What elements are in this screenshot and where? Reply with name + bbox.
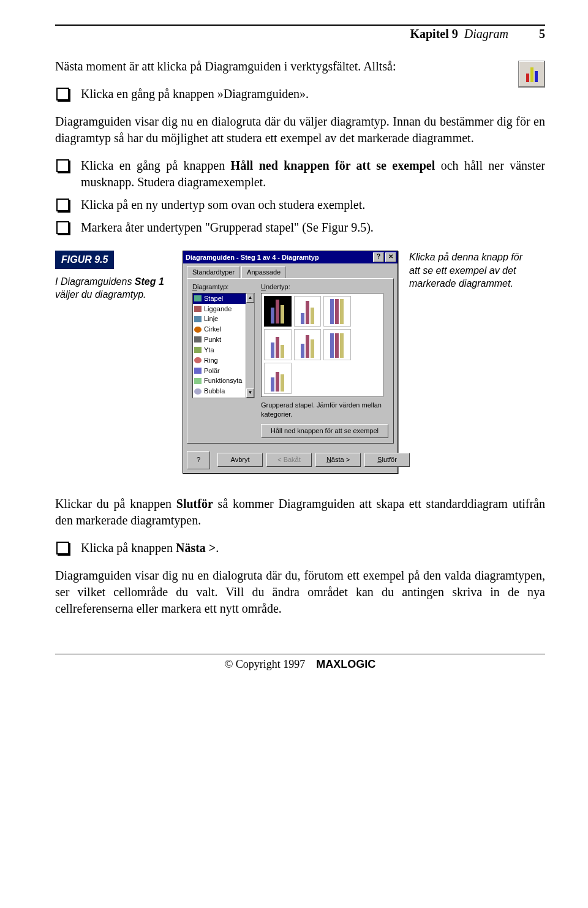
checklist-item: Klicka en gång på knappen Håll ned knapp… <box>55 157 545 191</box>
close-icon[interactable]: ✕ <box>385 252 396 262</box>
scroll-down-icon[interactable]: ▼ <box>246 388 254 398</box>
tab-custom[interactable]: Anpassade <box>241 266 286 278</box>
subtype-thumb[interactable] <box>294 329 322 360</box>
intro-paragraph: Nästa moment är att klicka på Diagramgui… <box>55 58 545 75</box>
undertyp-label: Undertyp:Undertyp: <box>261 282 388 292</box>
bubbla-icon <box>194 388 202 395</box>
paragraph: Diagramguiden visar dig nu en dialogruta… <box>55 113 545 146</box>
chapter-title: Diagram <box>464 27 508 41</box>
chart-wizard-dialog: Diagramguiden - Steg 1 av 4 - Diagramtyp… <box>183 251 398 474</box>
list-item[interactable]: Funktionsyta <box>193 376 254 386</box>
help-icon-button[interactable]: ? <box>187 451 210 469</box>
subtype-thumb[interactable] <box>264 363 292 394</box>
ring-icon <box>194 357 202 363</box>
subtype-description: Grupperad stapel. Jämför värden mellan k… <box>261 401 388 419</box>
list-item[interactable]: Polär <box>193 366 254 376</box>
diagramtyp-label: DDiagramtyp:iagramtyp: <box>192 282 255 292</box>
list-item[interactable]: Liggande <box>193 304 254 314</box>
hold-sample-button[interactable]: Håll ned knappen för att se exempel <box>261 424 388 438</box>
figure-label: FIGUR 9.5 <box>55 251 114 269</box>
tab-standard[interactable]: Standardtyper <box>187 266 240 278</box>
polar-icon <box>194 368 202 374</box>
back-button[interactable]: < Bakåt <box>266 453 312 467</box>
chart-type-listbox[interactable]: Stapel Liggande Linje Cirkel Punkt Yta R… <box>192 293 255 398</box>
cancel-button[interactable]: Avbryt <box>217 453 263 467</box>
checklist-item: Klicka på en ny undertyp som ovan och st… <box>55 197 545 213</box>
linje-icon <box>194 316 202 322</box>
figure-block: FIGUR 9.5 I Diagramguidens Steg 1 väljer… <box>55 251 545 474</box>
paragraph: Diagramguiden visar dig nu en dialogruta… <box>55 567 545 617</box>
text: I Diagramguidens <box>55 276 135 287</box>
paragraph: Klickar du på knappen Slutför så kommer … <box>55 496 545 529</box>
list-item[interactable]: Punkt <box>193 335 254 345</box>
page-number: 5 <box>539 27 545 41</box>
scrollbar[interactable]: ▲ ▼ <box>246 293 254 398</box>
checklist-item: Markera åter undertypen "Grupperad stape… <box>55 219 545 236</box>
list-item[interactable]: Börs <box>193 396 254 398</box>
text-bold: Slutför <box>176 497 213 510</box>
list-item[interactable]: Bubbla <box>193 386 254 396</box>
tab-panel: DDiagramtyp:iagramtyp: Stapel Liggande L… <box>187 278 394 444</box>
text: Klicka på knappen <box>81 541 176 554</box>
page-footer: © Copyright 1997 MAXLOGIC <box>55 654 545 671</box>
list-item[interactable]: Linje <box>193 314 254 324</box>
help-button[interactable]: ? <box>373 252 384 262</box>
footer-rule <box>55 654 545 654</box>
stapel-icon <box>194 295 202 301</box>
text-bold: Steg 1 <box>135 276 164 287</box>
punkt-icon <box>194 336 202 342</box>
yta-icon <box>194 347 202 353</box>
cirkel-icon <box>194 327 202 333</box>
subtype-grid[interactable] <box>261 293 383 397</box>
header-rule <box>55 25 545 26</box>
text: Klickar du på knappen <box>55 497 176 510</box>
tab-strip: Standardtyper Anpassade <box>183 263 398 278</box>
figure-caption: I Diagramguidens Steg 1 väljer du diagra… <box>55 275 172 301</box>
text-bold: Håll ned knappen för att se exempel <box>231 159 435 172</box>
text-bold: Nästa > <box>176 541 216 554</box>
list-item[interactable]: Stapel <box>193 293 254 304</box>
chart-wizard-icon <box>518 61 545 88</box>
figure-callout: Klicka på denna knapp för att se ett exe… <box>409 251 526 290</box>
list-item[interactable]: Yta <box>193 345 254 355</box>
checklist-item: Klicka på knappen Nästa >. <box>55 540 545 556</box>
list-item[interactable]: Cirkel <box>193 324 254 335</box>
brand-logo: MAXLOGIC <box>316 658 375 670</box>
subtype-thumb[interactable] <box>294 296 322 327</box>
subtype-thumb-selected[interactable] <box>264 296 292 327</box>
page-header: Kapitel 9 Diagram 5 <box>55 27 545 47</box>
next-button[interactable]: Nästa >Nästa > <box>315 453 361 467</box>
liggande-icon <box>194 306 202 312</box>
bar-chart-icon <box>526 66 538 82</box>
copyright-text: © Copyright 1997 <box>225 658 306 670</box>
text: . <box>216 541 219 554</box>
text: väljer du diagramtyp. <box>55 289 146 300</box>
subtype-thumb[interactable] <box>323 329 351 360</box>
chapter-label: Kapitel 9 <box>410 27 458 41</box>
titlebar-text: Diagramguiden - Steg 1 av 4 - Diagramtyp <box>186 253 372 262</box>
scroll-up-icon[interactable]: ▲ <box>246 293 254 303</box>
titlebar[interactable]: Diagramguiden - Steg 1 av 4 - Diagramtyp… <box>183 251 398 263</box>
checklist-item: Klicka en gång på knappen »Diagramguiden… <box>55 86 545 102</box>
funktionsyta-icon <box>194 378 202 384</box>
dialog-button-row: ? Avbryt < Bakåt Nästa >Nästa > SlutförS… <box>183 447 398 473</box>
list-item[interactable]: Ring <box>193 355 254 366</box>
subtype-thumb[interactable] <box>323 296 351 327</box>
finish-button[interactable]: SlutförSlutför <box>364 453 410 467</box>
subtype-thumb[interactable] <box>264 329 292 360</box>
question-icon: ? <box>197 455 200 464</box>
page: Kapitel 9 Diagram 5 Nästa moment är att … <box>0 0 588 689</box>
text: Klicka en gång på knappen <box>81 159 231 172</box>
